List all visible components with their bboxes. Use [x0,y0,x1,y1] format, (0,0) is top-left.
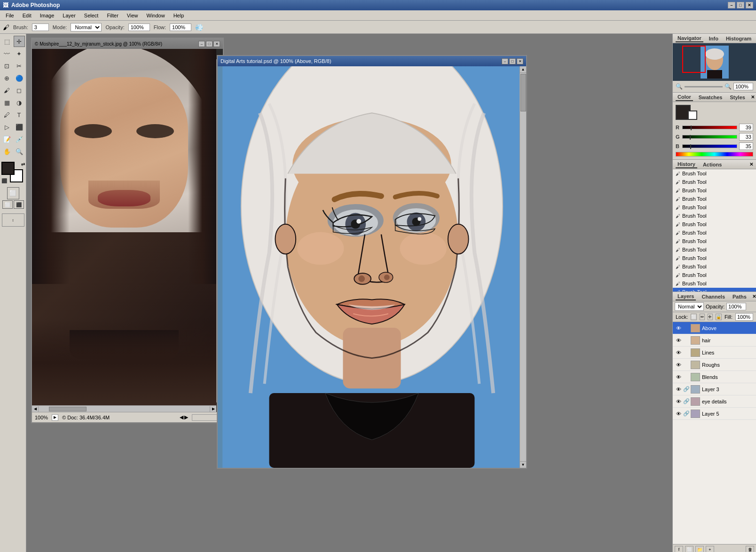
color-close-btn[interactable]: ✕ [751,95,755,100]
ref-close-btn[interactable]: ✕ [213,41,220,47]
brush-size-input[interactable] [32,24,49,31]
minimize-button[interactable]: – [728,2,735,8]
nav-zoom-slider[interactable] [685,86,723,87]
r-slider-thumb[interactable] [691,126,692,130]
pen-tool[interactable]: 🖊 [1,109,13,120]
dodge-tool[interactable]: ◑ [14,97,25,108]
layer-item[interactable]: 👁Lines [673,347,756,359]
quick-mask-icon[interactable]: ⬜ [7,187,19,199]
ref-hscroll-thumb[interactable] [49,407,87,411]
layer-item[interactable]: 👁hair [673,334,756,347]
history-item[interactable]: 🖌Brush Tool [673,169,756,178]
history-item[interactable]: 🖌Brush Tool [673,212,756,220]
history-item[interactable]: 🖌Brush Tool [673,229,756,237]
b-slider-thumb[interactable] [690,144,691,149]
fg-color-swatch[interactable] [1,162,15,175]
opacity-input[interactable] [128,24,150,31]
layer-visibility-eye[interactable]: 👁 [675,386,682,393]
tab-history[interactable]: History [676,161,697,168]
tab-actions[interactable]: Actions [701,161,724,168]
layer-item[interactable]: 👁Roughs [673,359,756,371]
shape-tool[interactable]: ⬛ [14,121,25,133]
zoom-out-icon[interactable]: 🔍 [676,83,683,90]
menu-view[interactable]: View [123,12,142,19]
menu-image[interactable]: Image [36,12,58,19]
flow-input[interactable] [170,24,191,31]
ref-nav-right[interactable]: ▶ [184,414,188,420]
history-item[interactable]: 🖌Brush Tool [673,279,756,288]
color-spectrum-bar[interactable] [676,152,753,157]
menu-file[interactable]: File [2,12,18,19]
g-value-input[interactable]: 33 [739,133,753,141]
art-scroll-up-btn[interactable]: ▲ [520,66,526,73]
menu-layer[interactable]: Layer [59,12,79,19]
ref-scrollbar-bottom[interactable]: ◀ ▶ [32,405,216,412]
art-scrollbar-right[interactable]: ▲ ▼ [520,66,526,468]
layers-fill-input[interactable] [735,313,753,321]
maximize-button[interactable]: □ [737,2,744,8]
lock-transparent-btn[interactable]: ⬜ [691,314,697,320]
tab-info[interactable]: Info [707,35,720,42]
type-tool[interactable]: T [14,109,25,120]
blend-mode-select[interactable]: Normal [71,23,102,32]
new-layer-btn[interactable]: + [706,546,714,552]
airbrush-icon[interactable]: 💨 [195,24,203,31]
marquee-tool[interactable]: ⬚ [1,36,13,47]
ref-nav-left[interactable]: ◀ [180,414,183,420]
tab-layers[interactable]: Layers [676,293,696,300]
nav-zoom-input[interactable] [733,83,753,90]
eyedropper-tool[interactable]: 💉 [14,134,25,145]
tab-navigator[interactable]: Navigator [676,35,703,42]
brush-tool[interactable]: 🖌 [1,85,13,96]
layers-blend-mode-select[interactable]: Normal [675,302,704,311]
tab-channels[interactable]: Channels [700,293,727,300]
ref-minimize-btn[interactable]: – [198,41,205,47]
r-value-input[interactable]: 39 [739,124,753,131]
lock-pixels-btn[interactable]: ✏ [700,314,705,320]
lock-all-btn[interactable]: 🔒 [716,314,722,320]
add-mask-btn[interactable]: ⬜ [685,546,693,552]
layer-visibility-eye[interactable]: 👁 [675,337,682,344]
history-item[interactable]: 🖌Brush Tool [673,245,756,254]
crop-tool[interactable]: ⊡ [1,60,13,71]
hand-tool[interactable]: ✋ [1,146,13,157]
b-value-input[interactable]: 35 [739,142,753,150]
g-slider-track[interactable] [682,135,737,139]
art-scroll-thumb[interactable] [520,74,526,111]
layer-item[interactable]: 👁Blends [673,371,756,383]
add-layer-style-btn[interactable]: f [675,546,683,552]
menu-help[interactable]: Help [170,12,188,19]
history-item[interactable]: 🖌Brush Tool [673,288,756,292]
tab-paths[interactable]: Paths [731,293,748,300]
notes-tool[interactable]: 📝 [1,134,13,145]
tab-swatches[interactable]: Swatches [697,94,724,101]
ref-restore-btn[interactable]: □ [206,41,213,47]
ref-scroll-left-btn[interactable]: ◀ [32,406,39,412]
history-item[interactable]: 🖌Brush Tool [673,262,756,271]
tab-styles[interactable]: Styles [728,94,747,101]
history-item[interactable]: 🖌Brush Tool [673,186,756,195]
wand-tool[interactable]: ✦ [14,48,25,59]
art-scroll-down-btn[interactable]: ▼ [520,461,526,468]
history-item[interactable]: 🖌Brush Tool [673,220,756,229]
layer-visibility-eye[interactable]: 👁 [675,373,682,381]
eraser-tool[interactable]: ◻ [14,85,25,96]
default-colors-icon[interactable]: ⬛ [1,178,7,183]
menu-filter[interactable]: Filter [103,12,122,19]
layer-visibility-eye[interactable]: 👁 [675,398,682,405]
standard-screen-icon[interactable]: ⬜ [2,200,13,209]
layers-close-btn[interactable]: ✕ [752,294,756,299]
r-slider-track[interactable] [682,126,737,129]
history-item[interactable]: 🖌Brush Tool [673,237,756,245]
history-item[interactable]: 🖌Brush Tool [673,203,756,212]
history-item[interactable]: 🖌Brush Tool [673,178,756,186]
b-slider-track[interactable] [682,144,737,148]
swap-colors-icon[interactable]: ⇄ [21,162,25,167]
history-item[interactable]: 🖌Brush Tool [673,195,756,203]
slice-tool[interactable]: ✂ [14,60,25,71]
new-group-btn[interactable]: 📁 [695,546,704,552]
layer-visibility-eye[interactable]: 👁 [675,324,682,332]
layer-visibility-eye[interactable]: 👁 [675,361,682,369]
layer-item[interactable]: 👁🔗Layer 3 [673,383,756,395]
heal-tool[interactable]: ⊕ [1,72,13,84]
